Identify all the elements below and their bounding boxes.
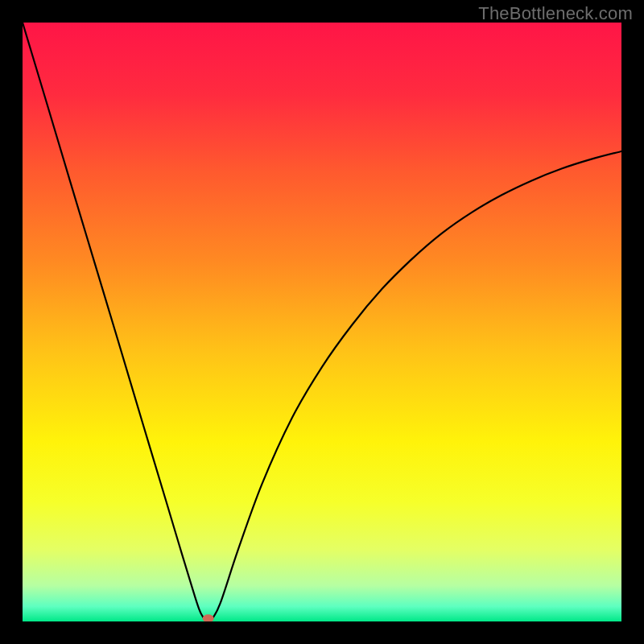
chart-container: TheBottleneck.com: [0, 0, 644, 644]
plot-area: [23, 23, 621, 621]
watermark-text: TheBottleneck.com: [478, 3, 633, 24]
plot-frame: [23, 23, 621, 621]
plot-svg: [23, 23, 621, 621]
